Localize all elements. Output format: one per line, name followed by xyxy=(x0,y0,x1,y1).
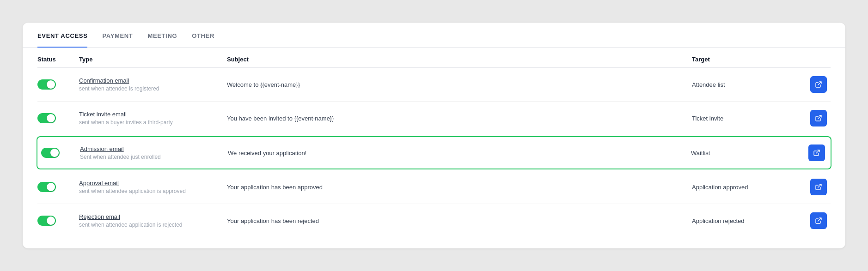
target-text-2: Waitlist xyxy=(691,150,710,157)
table-row: Rejection email sent when attendee appli… xyxy=(37,204,831,237)
table-row-highlighted: Admission email Sent when attendee just … xyxy=(37,136,831,169)
email-type-sub-2: Sent when attendee just enrolled xyxy=(80,154,161,160)
subject-cell-4: Your application has been rejected xyxy=(227,217,692,224)
email-table: Status Type Subject Target Confirmation … xyxy=(23,48,845,248)
subject-text-4: Your application has been rejected xyxy=(227,217,319,224)
action-cell-2: path{stroke:#fff;stroke-width:2;fill:non… xyxy=(793,145,830,161)
target-cell-1: Ticket invite xyxy=(692,115,794,122)
tab-event-access[interactable]: EVENT ACCESS xyxy=(37,23,87,48)
toggle-rejection[interactable] xyxy=(37,216,56,226)
target-cell-4: Application rejected xyxy=(692,217,794,224)
toggle-admission[interactable] xyxy=(41,148,60,158)
email-type-link-0[interactable]: Confirmation email xyxy=(79,77,129,84)
action-cell-0: path{stroke:#fff;stroke-width:2;fill:non… xyxy=(794,76,831,93)
external-link-icon: path{stroke:#fff;stroke-width:2;fill:non… xyxy=(813,149,820,157)
status-cell-3 xyxy=(37,182,79,192)
email-type-sub-0: sent when attendee is registered xyxy=(79,85,159,92)
subject-text-1: You have been invited to {{event-name}} xyxy=(227,115,334,122)
email-type-link-2[interactable]: Admission email xyxy=(80,145,124,152)
tab-other[interactable]: OTHER xyxy=(192,23,214,48)
email-type-link-3[interactable]: Approval email xyxy=(79,180,119,187)
main-card: EVENT ACCESS PAYMENT MEETING OTHER Statu… xyxy=(23,23,845,248)
type-cell-3: Approval email sent when attendee applic… xyxy=(79,180,227,194)
target-text-1: Ticket invite xyxy=(692,115,723,122)
type-cell-4: Rejection email sent when attendee appli… xyxy=(79,213,227,228)
header-subject: Subject xyxy=(227,56,692,63)
action-cell-4: path{stroke:#fff;stroke-width:2;fill:non… xyxy=(794,212,831,229)
external-link-icon: path{stroke:#fff;stroke-width:2;fill:non… xyxy=(815,183,822,191)
toggle-approval[interactable] xyxy=(37,182,56,192)
table-row: Ticket invite email sent when a buyer in… xyxy=(37,102,831,135)
email-type-link-4[interactable]: Rejection email xyxy=(79,213,120,220)
table-row: Confirmation email sent when attendee is… xyxy=(37,68,831,102)
email-type-sub-3: sent when attendee application is approv… xyxy=(79,188,186,194)
type-cell-1: Ticket invite email sent when a buyer in… xyxy=(79,111,227,126)
edit-button-4[interactable]: path{stroke:#fff;stroke-width:2;fill:non… xyxy=(810,212,827,229)
header-target: Target xyxy=(692,56,794,63)
subject-cell-2: We received your application! xyxy=(228,150,691,157)
action-cell-1: path{stroke:#fff;stroke-width:2;fill:non… xyxy=(794,110,831,126)
status-cell-4 xyxy=(37,216,79,226)
status-cell-2 xyxy=(38,148,80,158)
subject-text-2: We received your application! xyxy=(228,150,306,157)
target-cell-0: Attendee list xyxy=(692,81,794,88)
status-cell-0 xyxy=(37,79,79,90)
edit-button-2[interactable]: path{stroke:#fff;stroke-width:2;fill:non… xyxy=(808,145,825,161)
external-link-icon: path{stroke:#fff;stroke-width:2;fill:non… xyxy=(815,217,822,224)
subject-cell-3: Your application has been approved xyxy=(227,184,692,191)
table-header-row: Status Type Subject Target xyxy=(37,48,831,68)
toggle-ticket-invite[interactable] xyxy=(37,113,56,123)
tab-payment[interactable]: PAYMENT xyxy=(102,23,133,48)
target-text-3: Application approved xyxy=(692,184,748,191)
type-cell-0: Confirmation email sent when attendee is… xyxy=(79,77,227,92)
email-type-sub-4: sent when attendee application is reject… xyxy=(79,222,182,228)
subject-cell-1: You have been invited to {{event-name}} xyxy=(227,115,692,122)
header-status: Status xyxy=(37,56,79,63)
toggle-confirmation[interactable] xyxy=(37,79,56,90)
edit-button-1[interactable]: path{stroke:#fff;stroke-width:2;fill:non… xyxy=(810,110,827,126)
table-row: Approval email sent when attendee applic… xyxy=(37,170,831,204)
target-cell-3: Application approved xyxy=(692,184,794,191)
target-cell-2: Waitlist xyxy=(691,150,793,157)
email-type-link-1[interactable]: Ticket invite email xyxy=(79,111,127,118)
status-cell-1 xyxy=(37,113,79,123)
target-text-0: Attendee list xyxy=(692,81,725,88)
external-link-icon: path{stroke:#fff;stroke-width:2;fill:non… xyxy=(815,81,822,88)
header-actions xyxy=(794,56,831,63)
action-cell-3: path{stroke:#fff;stroke-width:2;fill:non… xyxy=(794,179,831,195)
header-type: Type xyxy=(79,56,227,63)
subject-text-0: Welcome to {{event-name}} xyxy=(227,81,300,88)
tab-meeting[interactable]: MEETING xyxy=(147,23,177,48)
type-cell-2: Admission email Sent when attendee just … xyxy=(80,145,228,160)
edit-button-3[interactable]: path{stroke:#fff;stroke-width:2;fill:non… xyxy=(810,179,827,195)
edit-button-0[interactable]: path{stroke:#fff;stroke-width:2;fill:non… xyxy=(810,76,827,93)
external-link-icon: path{stroke:#fff;stroke-width:2;fill:non… xyxy=(815,114,822,122)
subject-text-3: Your application has been approved xyxy=(227,184,323,191)
subject-cell-0: Welcome to {{event-name}} xyxy=(227,81,692,88)
tab-bar: EVENT ACCESS PAYMENT MEETING OTHER xyxy=(23,23,845,48)
email-type-sub-1: sent when a buyer invites a third-party xyxy=(79,119,173,126)
target-text-4: Application rejected xyxy=(692,217,744,224)
